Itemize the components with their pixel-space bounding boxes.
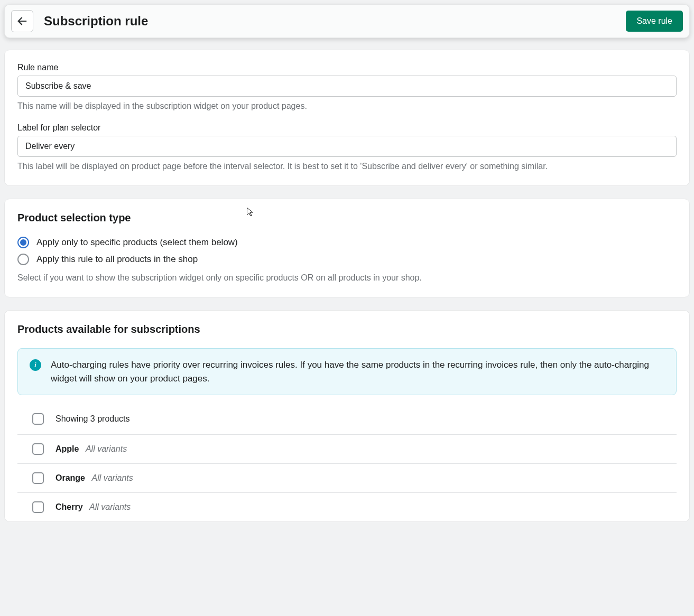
plan-selector-input[interactable] xyxy=(17,136,677,157)
radio-button-icon xyxy=(17,254,29,265)
radio-label: Apply only to specific products (select … xyxy=(36,237,238,248)
page-header: Subscription rule Save rule xyxy=(4,4,690,38)
product-checkbox[interactable] xyxy=(32,501,44,513)
save-rule-button[interactable]: Save rule xyxy=(626,11,683,32)
info-banner: i Auto-charging rules have priority over… xyxy=(17,348,677,395)
product-row: Cherry All variants xyxy=(17,493,677,521)
page-title: Subscription rule xyxy=(44,14,148,29)
plan-selector-label: Label for plan selector xyxy=(17,123,677,133)
select-all-checkbox[interactable] xyxy=(32,413,44,425)
plan-selector-helper: This label will be displayed on product … xyxy=(17,160,677,173)
product-checkbox[interactable] xyxy=(32,443,44,455)
selection-type-helper: Select if you want to show the subscript… xyxy=(17,272,677,284)
radio-label: Apply this rule to all products in the s… xyxy=(36,254,198,265)
rule-name-helper: This name will be displayed in the subsc… xyxy=(17,100,677,113)
info-banner-text: Auto-charging rules have priority over r… xyxy=(51,358,664,385)
arrow-left-icon xyxy=(16,15,28,27)
product-variant: All variants xyxy=(86,444,127,453)
rule-name-field: Rule name This name will be displayed in… xyxy=(17,63,677,113)
product-variant: All variants xyxy=(89,502,131,511)
rule-info-card: Rule name This name will be displayed in… xyxy=(4,50,690,186)
product-count-text: Showing 3 products xyxy=(55,414,130,424)
product-checkbox[interactable] xyxy=(32,472,44,484)
rule-name-input[interactable] xyxy=(17,76,677,97)
radio-specific-products[interactable]: Apply only to specific products (select … xyxy=(17,237,677,248)
selection-type-radio-group: Apply only to specific products (select … xyxy=(17,237,677,265)
products-card: Products available for subscriptions i A… xyxy=(4,310,690,522)
radio-button-icon xyxy=(17,237,29,248)
product-selection-heading: Product selection type xyxy=(17,212,677,224)
radio-all-products[interactable]: Apply this rule to all products in the s… xyxy=(17,254,677,265)
product-variant: All variants xyxy=(91,473,133,482)
product-row: Orange All variants xyxy=(17,464,677,493)
header-left: Subscription rule xyxy=(11,10,148,32)
plan-selector-field: Label for plan selector This label will … xyxy=(17,123,677,173)
info-icon: i xyxy=(30,359,41,371)
products-heading: Products available for subscriptions xyxy=(17,323,677,335)
product-name: Apple xyxy=(55,444,79,453)
product-selection-card: Product selection type Apply only to spe… xyxy=(4,199,690,297)
product-name: Cherry xyxy=(55,502,83,511)
product-row: Apple All variants xyxy=(17,435,677,464)
back-button[interactable] xyxy=(11,10,33,32)
rule-name-label: Rule name xyxy=(17,63,677,72)
product-name: Orange xyxy=(55,473,85,482)
product-list-header: Showing 3 products xyxy=(17,406,677,435)
